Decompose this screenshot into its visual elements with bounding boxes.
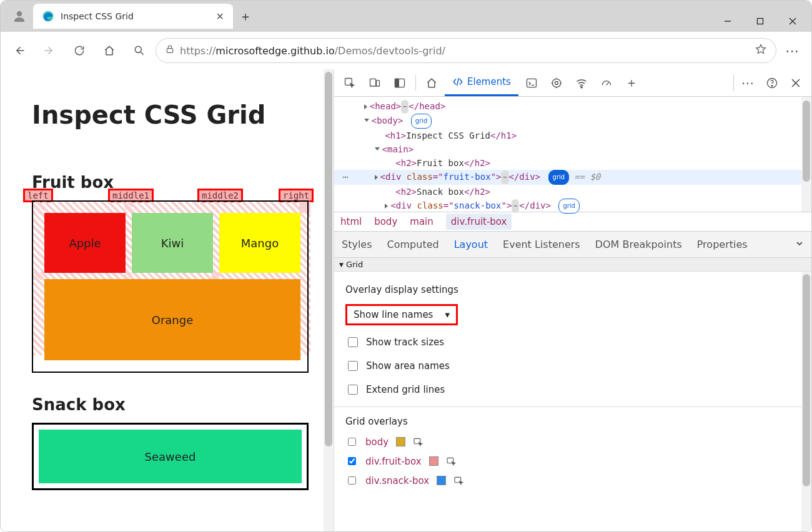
page-viewport: Inspect CSS Grid Fruit box left middle1 … bbox=[1, 69, 334, 531]
close-window-button[interactable] bbox=[778, 11, 808, 32]
svg-rect-10 bbox=[377, 80, 380, 86]
subtab-styles[interactable]: Styles bbox=[342, 239, 372, 250]
subtab-event-listeners[interactable]: Event Listeners bbox=[503, 239, 580, 250]
svg-point-16 bbox=[581, 86, 582, 87]
chevron-down-icon: ▾ bbox=[445, 309, 450, 320]
welcome-tab-icon[interactable] bbox=[420, 71, 443, 96]
fruit-box: Apple Kiwi Mango Orange bbox=[32, 200, 309, 373]
fruit-box-container: left middle1 middle2 right Apple Kiwi bbox=[32, 200, 309, 373]
edge-icon bbox=[42, 10, 54, 22]
layout-scrollbar[interactable] bbox=[801, 272, 811, 531]
forward-button[interactable] bbox=[36, 37, 63, 64]
color-swatch[interactable] bbox=[429, 456, 438, 466]
dom-scrollbar[interactable] bbox=[801, 97, 811, 212]
overlay-settings-title: Overlay display settings bbox=[345, 284, 800, 295]
network-tab-icon[interactable] bbox=[570, 71, 593, 96]
address-bar[interactable]: https://microsoftedge.github.io/Demos/de… bbox=[156, 38, 776, 63]
subtab-dom-breakpoints[interactable]: DOM Breakpoints bbox=[595, 239, 682, 250]
back-button[interactable] bbox=[6, 37, 33, 64]
overlay-row[interactable]: body bbox=[345, 436, 800, 448]
tab-close-icon[interactable]: ✕ bbox=[216, 11, 224, 22]
performance-tab-icon[interactable] bbox=[595, 71, 618, 96]
layout-pane: Overlay display settings Show line names… bbox=[334, 272, 811, 531]
checkbox-area-names[interactable] bbox=[348, 361, 358, 371]
new-tab-button[interactable]: ＋ bbox=[233, 4, 258, 29]
snack-box: Seaweed bbox=[32, 423, 309, 490]
devtools-toolbar: Elements ＋ ⋯ bbox=[334, 69, 811, 97]
svg-point-14 bbox=[552, 79, 560, 87]
device-icon[interactable] bbox=[363, 71, 387, 96]
cell-orange: Orange bbox=[44, 279, 300, 360]
checkbox-row[interactable]: Show track sizes bbox=[345, 335, 800, 349]
cell-mango: Mango bbox=[219, 213, 300, 273]
titlebar: Inspect CSS Grid ✕ ＋ bbox=[1, 1, 811, 32]
subtab-properties[interactable]: Properties bbox=[697, 239, 748, 250]
dom-tree[interactable]: <head>⋯</head> <body> grid <h1>Inspect C… bbox=[334, 97, 811, 212]
search-button[interactable] bbox=[126, 37, 153, 64]
styles-subtabs: Styles Computed Layout Event Listeners D… bbox=[334, 232, 811, 258]
svg-rect-7 bbox=[167, 49, 172, 53]
maximize-button[interactable] bbox=[745, 11, 775, 32]
lock-icon bbox=[165, 44, 175, 57]
page-scrollbar[interactable] bbox=[324, 69, 334, 531]
favorite-icon[interactable] bbox=[755, 43, 767, 58]
overlay-checkbox[interactable] bbox=[348, 438, 356, 446]
crumb[interactable]: body bbox=[374, 216, 397, 227]
svg-rect-12 bbox=[395, 79, 399, 87]
checkbox-extend-lines[interactable] bbox=[348, 385, 358, 395]
cell-kiwi: Kiwi bbox=[132, 213, 213, 273]
browser-toolbar: https://microsoftedge.github.io/Demos/de… bbox=[1, 32, 811, 69]
crumb[interactable]: div.fruit-box bbox=[446, 214, 512, 230]
elements-tab[interactable]: Elements bbox=[445, 70, 518, 96]
overlay-checkbox[interactable] bbox=[348, 457, 356, 465]
chevron-down-icon[interactable] bbox=[795, 239, 804, 250]
crumb[interactable]: html bbox=[340, 216, 362, 227]
console-tab-icon[interactable] bbox=[520, 71, 543, 96]
devtools-panel: Elements ＋ ⋯ <head>⋯</head> <body> grid bbox=[334, 69, 811, 531]
svg-point-0 bbox=[17, 11, 22, 16]
crumb[interactable]: main bbox=[410, 216, 433, 227]
checkbox-row[interactable]: Extend grid lines bbox=[345, 383, 800, 397]
overlay-row[interactable]: div.fruit-box bbox=[345, 455, 800, 467]
more-tabs-icon[interactable]: ＋ bbox=[620, 71, 643, 96]
dom-breadcrumbs[interactable]: html body main div.fruit-box bbox=[334, 212, 811, 232]
color-swatch[interactable] bbox=[437, 476, 446, 485]
svg-point-6 bbox=[135, 46, 141, 52]
grid-section-header[interactable]: ▼Grid bbox=[334, 258, 811, 272]
minimize-button[interactable] bbox=[713, 11, 743, 32]
tab-title: Inspect CSS Grid bbox=[61, 11, 210, 21]
svg-rect-13 bbox=[527, 79, 536, 87]
reveal-icon[interactable] bbox=[413, 438, 424, 446]
url-text: https://microsoftedge.github.io/Demos/de… bbox=[180, 45, 445, 57]
svg-rect-9 bbox=[370, 79, 376, 86]
subtab-computed[interactable]: Computed bbox=[387, 239, 439, 250]
inspect-icon[interactable] bbox=[338, 71, 362, 96]
sources-tab-icon[interactable] bbox=[545, 71, 568, 96]
page-title: Inspect CSS Grid bbox=[32, 101, 309, 129]
devtools-close-icon[interactable] bbox=[784, 71, 808, 96]
devtools-menu-icon[interactable]: ⋯ bbox=[736, 71, 760, 96]
checkbox-row[interactable]: Show area names bbox=[345, 359, 800, 373]
line-names-select[interactable]: Show line names ▾ bbox=[345, 304, 458, 325]
help-icon[interactable] bbox=[760, 71, 784, 96]
grid-overlays-title: Grid overlays bbox=[345, 416, 800, 427]
home-button[interactable] bbox=[96, 37, 123, 64]
overlay-row[interactable]: div.snack-box bbox=[345, 475, 800, 486]
reveal-icon[interactable] bbox=[446, 457, 457, 466]
svg-point-15 bbox=[555, 81, 558, 84]
cell-seaweed: Seaweed bbox=[39, 430, 302, 483]
more-menu-button[interactable]: ⋯ bbox=[779, 37, 806, 64]
checkbox-track-sizes[interactable] bbox=[348, 337, 358, 347]
svg-point-18 bbox=[771, 85, 773, 86]
subtab-layout[interactable]: Layout bbox=[454, 239, 488, 250]
snack-heading: Snack box bbox=[32, 395, 309, 414]
profile-icon[interactable] bbox=[6, 9, 33, 24]
overlay-checkbox[interactable] bbox=[348, 476, 356, 485]
browser-tab[interactable]: Inspect CSS Grid ✕ bbox=[33, 4, 233, 29]
fruit-heading: Fruit box bbox=[32, 173, 309, 192]
cell-apple: Apple bbox=[44, 213, 126, 273]
dock-icon[interactable] bbox=[388, 71, 412, 96]
color-swatch[interactable] bbox=[396, 437, 405, 446]
refresh-button[interactable] bbox=[66, 37, 93, 64]
reveal-icon[interactable] bbox=[453, 476, 465, 485]
